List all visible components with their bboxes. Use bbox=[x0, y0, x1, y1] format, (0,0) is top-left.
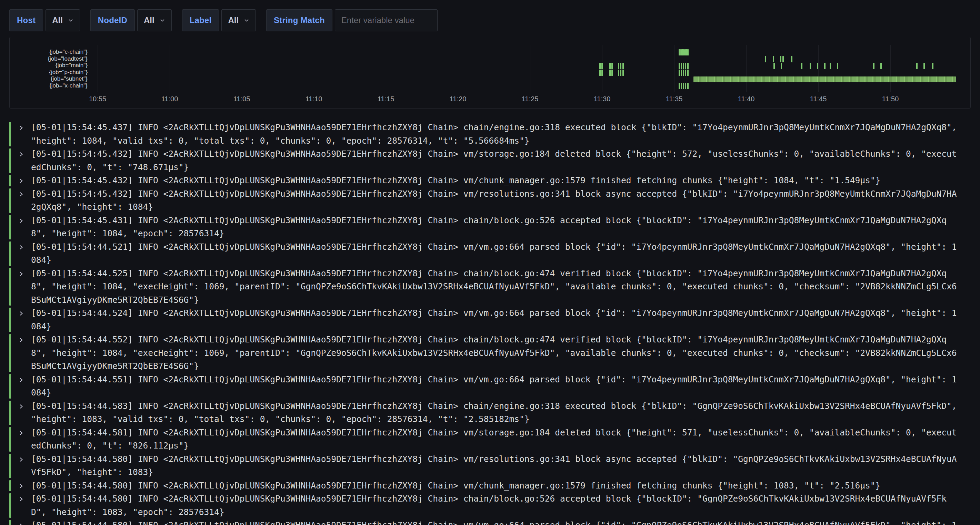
chevron-right-icon bbox=[18, 125, 24, 131]
expand-row-button[interactable] bbox=[11, 333, 31, 373]
log-volume-tick bbox=[601, 63, 603, 69]
log-row[interactable]: [05-01|15:54:44.525] INFO <2AcRkXTLLtQjv… bbox=[9, 267, 971, 307]
log-row-text: [05-01|15:54:44.525] INFO <2AcRkXTLLtQjv… bbox=[31, 267, 961, 307]
x-gridline bbox=[242, 45, 242, 92]
expand-row-button[interactable] bbox=[11, 174, 31, 187]
x-axis-tick-label: 11:00 bbox=[161, 95, 178, 103]
expand-row-button[interactable] bbox=[11, 241, 31, 267]
log-volume-panel: {job="c-chain"}{job="loadtest"}{job="mai… bbox=[9, 37, 971, 108]
log-row-text: [05-01|15:54:45.432] INFO <2AcRkXTLLtQjv… bbox=[31, 187, 961, 214]
expand-row-button[interactable] bbox=[11, 214, 31, 241]
x-gridline bbox=[818, 45, 819, 92]
log-row[interactable]: [05-01|15:54:45.431] INFO <2AcRkXTLLtQjv… bbox=[9, 214, 971, 241]
log-volume-tick bbox=[773, 56, 774, 62]
log-row[interactable]: [05-01|15:54:45.437] INFO <2AcRkXTLLtQjv… bbox=[9, 121, 971, 148]
log-row-text: [05-01|15:54:44.580] INFO <2AcRkXTLLtQjv… bbox=[31, 492, 961, 519]
log-volume-tick bbox=[683, 83, 684, 89]
log-row[interactable]: [05-01|15:54:44.580] INFO <2AcRkXTLLtQjv… bbox=[9, 492, 971, 519]
expand-row-button[interactable] bbox=[11, 187, 31, 214]
log-volume-tick bbox=[685, 70, 686, 76]
expand-row-button[interactable] bbox=[11, 426, 31, 453]
log-volume-tick bbox=[783, 56, 784, 62]
log-row-text: [05-01|15:54:44.521] INFO <2AcRkXTLLtQjv… bbox=[31, 241, 961, 267]
log-row[interactable]: [05-01|15:54:45.432] INFO <2AcRkXTLLtQjv… bbox=[9, 174, 971, 187]
chevron-right-icon bbox=[18, 191, 24, 197]
log-row[interactable]: [05-01|15:54:44.581] INFO <2AcRkXTLLtQjv… bbox=[9, 426, 971, 453]
log-volume-tick bbox=[599, 70, 601, 76]
expand-row-button[interactable] bbox=[11, 306, 31, 333]
log-row-text: [05-01|15:54:44.580] INFO <2AcRkXTLLtQjv… bbox=[31, 453, 961, 479]
variable-dropdown-label[interactable]: All bbox=[221, 9, 256, 31]
variable-label-label: Label bbox=[182, 9, 219, 31]
log-row-text: [05-01|15:54:44.583] INFO <2AcRkXTLLtQjv… bbox=[31, 400, 961, 426]
log-row-text: [05-01|15:54:45.432] INFO <2AcRkXTLLtQjv… bbox=[31, 148, 961, 174]
log-row[interactable]: [05-01|15:54:45.432] INFO <2AcRkXTLLtQjv… bbox=[9, 187, 971, 214]
log-row[interactable]: [05-01|15:54:44.552] INFO <2AcRkXTLLtQjv… bbox=[9, 333, 971, 373]
log-volume-tick bbox=[830, 63, 831, 69]
log-row-text: [05-01|15:54:45.437] INFO <2AcRkXTLLtQjv… bbox=[31, 121, 961, 148]
string-match-input[interactable] bbox=[335, 9, 438, 31]
expand-row-button[interactable] bbox=[11, 148, 31, 174]
log-volume-tick bbox=[609, 63, 611, 69]
expand-row-button[interactable] bbox=[11, 267, 31, 307]
log-row[interactable]: [05-01|15:54:44.580] INFO <2AcRkXTLLtQjv… bbox=[9, 453, 971, 479]
log-row-clipped[interactable]: [05-01|15:54:44.580] INFO <2AcRkXTLLtQjv… bbox=[9, 519, 971, 525]
x-axis-tick-label: 11:35 bbox=[666, 95, 683, 103]
log-volume-tick bbox=[609, 70, 611, 76]
variable-dropdown-host[interactable]: All bbox=[46, 9, 80, 31]
log-row[interactable]: [05-01|15:54:44.551] INFO <2AcRkXTLLtQjv… bbox=[9, 373, 971, 400]
x-gridline bbox=[674, 45, 675, 92]
variables-toolbar: Host All NodeID All Label All String Mat… bbox=[9, 9, 438, 31]
log-volume-tick bbox=[824, 63, 826, 69]
log-row[interactable]: [05-01|15:54:44.524] INFO <2AcRkXTLLtQjv… bbox=[9, 306, 971, 333]
log-volume-tick bbox=[687, 63, 689, 69]
log-row-text: [05-01|15:54:45.431] INFO <2AcRkXTLLtQjv… bbox=[31, 214, 961, 241]
variable-label-string-match: String Match bbox=[266, 9, 332, 31]
log-row-text: [05-01|15:54:44.580] INFO <2AcRkXTLLtQjv… bbox=[31, 519, 961, 525]
log-volume-tick bbox=[685, 83, 686, 89]
x-gridline bbox=[890, 45, 891, 92]
expand-row-button[interactable] bbox=[11, 373, 31, 400]
expand-row-button[interactable] bbox=[11, 479, 31, 493]
chevron-right-icon bbox=[18, 151, 24, 157]
x-gridline bbox=[386, 45, 386, 92]
expand-row-button[interactable] bbox=[11, 519, 31, 525]
x-gridline bbox=[458, 45, 458, 92]
x-axis-tick-label: 10:55 bbox=[89, 95, 106, 103]
log-row[interactable]: [05-01|15:54:44.580] INFO <2AcRkXTLLtQjv… bbox=[9, 479, 971, 493]
expand-row-button[interactable] bbox=[11, 400, 31, 426]
log-row[interactable]: [05-01|15:54:44.583] INFO <2AcRkXTLLtQjv… bbox=[9, 400, 971, 426]
expand-row-button[interactable] bbox=[11, 492, 31, 519]
log-volume-tick bbox=[679, 63, 680, 69]
chevron-right-icon bbox=[18, 483, 24, 489]
log-volume-tick bbox=[622, 63, 624, 69]
chevron-right-icon bbox=[18, 218, 24, 224]
log-volume-tick bbox=[916, 63, 918, 69]
chevron-right-icon bbox=[18, 457, 24, 463]
log-row[interactable]: [05-01|15:54:45.432] INFO <2AcRkXTLLtQjv… bbox=[9, 148, 971, 174]
log-row-text: [05-01|15:54:45.432] INFO <2AcRkXTLLtQjv… bbox=[31, 174, 961, 187]
chevron-right-icon bbox=[18, 337, 24, 343]
log-volume-tick bbox=[923, 63, 925, 69]
variable-label-host: Host bbox=[9, 9, 43, 31]
expand-row-button[interactable] bbox=[11, 453, 31, 479]
log-row-text: [05-01|15:54:44.552] INFO <2AcRkXTLLtQjv… bbox=[31, 333, 961, 373]
log-row[interactable]: [05-01|15:54:44.521] INFO <2AcRkXTLLtQjv… bbox=[9, 241, 971, 267]
log-volume-tick bbox=[880, 63, 882, 69]
variable-value: All bbox=[144, 16, 154, 25]
log-volume-tick bbox=[618, 70, 619, 76]
log-volume-tick bbox=[622, 70, 624, 76]
log-volume-tick bbox=[791, 56, 792, 62]
x-gridline bbox=[530, 45, 530, 92]
expand-row-button[interactable] bbox=[11, 121, 31, 148]
log-row-text: [05-01|15:54:44.551] INFO <2AcRkXTLLtQjv… bbox=[31, 373, 961, 400]
x-axis-tick-label: 11:45 bbox=[810, 95, 827, 103]
variable-dropdown-nodeid[interactable]: All bbox=[137, 9, 172, 31]
x-gridline bbox=[746, 45, 746, 92]
log-volume-plot[interactable]: 10:5511:0011:0511:1011:1511:2011:2511:30… bbox=[10, 37, 968, 108]
log-volume-tick bbox=[801, 63, 802, 69]
chevron-down-icon bbox=[244, 16, 249, 25]
log-volume-tick bbox=[611, 70, 613, 76]
variable-value: All bbox=[52, 16, 63, 25]
log-volume-tick bbox=[681, 70, 682, 76]
